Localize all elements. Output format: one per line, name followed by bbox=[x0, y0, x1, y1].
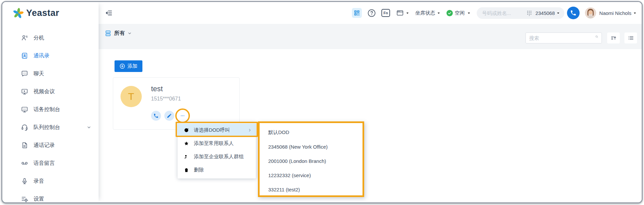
dod-option[interactable]: 332211 (test2) bbox=[260, 182, 362, 197]
user-avatar[interactable] bbox=[585, 7, 596, 19]
dod-option[interactable]: 2345068 (New York Office) bbox=[260, 140, 362, 154]
sidebar-nav: 分机 通讯录 聊天 bbox=[2, 29, 99, 203]
outbound-number-selector[interactable]: 2345068 bbox=[535, 10, 560, 16]
sidebar-item-label: 通话记录 bbox=[34, 142, 55, 149]
brand-name: Yeastar bbox=[26, 8, 59, 18]
sidebar-item-label: 语音留言 bbox=[34, 160, 55, 167]
contact-number: 1515***0671 bbox=[151, 96, 181, 102]
help-icon[interactable] bbox=[367, 9, 376, 17]
sort-button[interactable] bbox=[607, 33, 620, 43]
sidebar-item-label: 话务控制台 bbox=[34, 106, 60, 113]
video-conference-icon bbox=[21, 88, 28, 95]
sidebar-item[interactable]: 通讯录 bbox=[2, 47, 99, 65]
contact-actions bbox=[151, 111, 188, 121]
chevron-down-icon bbox=[405, 11, 410, 15]
dod-option[interactable]: 12232332 (service) bbox=[260, 168, 362, 182]
sidebar-item[interactable]: 队列控制台 bbox=[2, 118, 99, 136]
sidebar-item-label: 分机 bbox=[34, 34, 44, 41]
function-keys-icon[interactable]: Fn bbox=[381, 9, 390, 17]
app-window: Fn 坐席状态 bbox=[1, 1, 643, 203]
user-menu[interactable]: Naomi Nichols bbox=[599, 10, 637, 16]
dod-option-label: 默认DOD bbox=[268, 129, 289, 136]
sidebar-item-label: 视频会议 bbox=[34, 88, 55, 95]
fn-label: Fn bbox=[383, 11, 388, 15]
sidebar-item[interactable]: 语音留言 bbox=[2, 154, 99, 172]
dod-call-icon bbox=[184, 127, 189, 133]
sidebar-item[interactable]: 设置 bbox=[2, 190, 99, 203]
dialpad-icon[interactable] bbox=[526, 10, 532, 16]
chevron-down-icon bbox=[467, 11, 471, 15]
call-contact-icon[interactable] bbox=[151, 111, 161, 121]
window-icon bbox=[396, 9, 404, 17]
operator-console-icon bbox=[21, 106, 28, 113]
yeastar-logo-icon bbox=[12, 6, 24, 20]
sidebar-item-label: 录音 bbox=[34, 178, 44, 185]
dod-option-label: 12232332 (service) bbox=[268, 172, 311, 178]
search-input[interactable] bbox=[529, 35, 595, 41]
sort-icon bbox=[610, 35, 617, 41]
extension-icon bbox=[21, 34, 28, 41]
more-actions-icon[interactable] bbox=[178, 111, 188, 121]
sidebar-item[interactable]: 视频会议 bbox=[2, 83, 99, 101]
chevron-down-icon bbox=[633, 11, 637, 15]
dod-option-label: 332211 (test2) bbox=[268, 187, 300, 192]
voicemail-icon bbox=[21, 160, 28, 167]
qr-code-icon[interactable] bbox=[352, 8, 362, 18]
sidebar-item[interactable]: 话务控制台 bbox=[2, 101, 99, 118]
chevron-down-icon bbox=[127, 31, 132, 35]
plus-circle-icon bbox=[120, 63, 125, 69]
add-contact-button[interactable]: 添加 bbox=[115, 60, 142, 72]
context-menu-item[interactable]: 删除 bbox=[178, 163, 256, 176]
sidebar-item[interactable]: 分机 bbox=[2, 29, 99, 47]
recording-icon bbox=[21, 177, 28, 185]
topbar-right-cluster: Fn 坐席状态 bbox=[352, 2, 637, 24]
chat-icon bbox=[21, 70, 28, 77]
collapse-sidebar-icon[interactable] bbox=[105, 9, 113, 17]
window-layout-control[interactable] bbox=[396, 9, 410, 17]
list-view-icon bbox=[628, 35, 634, 41]
contact-avatar: T bbox=[121, 86, 142, 107]
add-button-label: 添加 bbox=[127, 63, 137, 69]
edit-contact-icon[interactable] bbox=[164, 111, 174, 121]
dod-option-label: 2001000 (London Branch) bbox=[268, 158, 326, 164]
settings-icon bbox=[21, 195, 28, 203]
person-add-icon bbox=[184, 154, 189, 160]
agent-status-label: 坐席状态 bbox=[415, 10, 435, 16]
sidebar-item-label: 通讯录 bbox=[34, 52, 49, 59]
presence-selector[interactable]: 空闲 bbox=[446, 10, 471, 16]
sidebar-item[interactable]: 录音 bbox=[2, 172, 99, 190]
context-menu-item[interactable]: 请选择DOD呼叫 bbox=[178, 123, 256, 137]
user-name: Naomi Nichols bbox=[599, 10, 631, 16]
dial-input[interactable] bbox=[482, 10, 526, 16]
search-box bbox=[525, 33, 602, 43]
context-menu-item-label: 请选择DOD呼叫 bbox=[194, 127, 230, 133]
top-bar: Fn 坐席状态 bbox=[99, 2, 642, 24]
queue-console-icon bbox=[21, 124, 28, 131]
chevron-down-icon bbox=[87, 125, 91, 130]
chevron-down-icon bbox=[556, 11, 560, 15]
star-icon bbox=[184, 141, 189, 146]
sidebar-item-label: 队列控制台 bbox=[34, 124, 60, 131]
outbound-number: 2345068 bbox=[535, 10, 555, 16]
sidebar-item[interactable]: 通话记录 bbox=[2, 136, 99, 154]
filter-label: 所有 bbox=[114, 30, 125, 37]
context-menu-item[interactable]: 添加至企业联系人群组 bbox=[178, 150, 256, 163]
agent-status-menu[interactable]: 坐席状态 bbox=[415, 10, 441, 16]
contacts-filter[interactable]: 所有 bbox=[105, 30, 132, 37]
contacts-icon bbox=[21, 52, 28, 59]
dod-option[interactable]: 默认DOD bbox=[260, 125, 362, 140]
sidebar-item-label: 聊天 bbox=[34, 70, 44, 77]
contact-initial: T bbox=[128, 91, 134, 102]
sidebar-item[interactable]: 聊天 bbox=[2, 65, 99, 83]
chevron-down-icon bbox=[437, 11, 441, 15]
context-menu-item-label: 添加至常用联系人 bbox=[194, 140, 234, 147]
search-icon[interactable] bbox=[595, 35, 598, 41]
contact-group-icon bbox=[105, 30, 112, 37]
context-menu-item[interactable]: 添加至常用联系人 bbox=[178, 137, 256, 150]
call-button[interactable] bbox=[567, 7, 580, 19]
dod-option-label: 2345068 (New York Office) bbox=[268, 144, 328, 150]
presence-available-icon bbox=[446, 10, 453, 16]
list-view-button[interactable] bbox=[624, 33, 637, 43]
context-menu-item-label: 添加至企业联系人群组 bbox=[194, 154, 244, 160]
dod-option[interactable]: 2001000 (London Branch) bbox=[260, 154, 362, 168]
